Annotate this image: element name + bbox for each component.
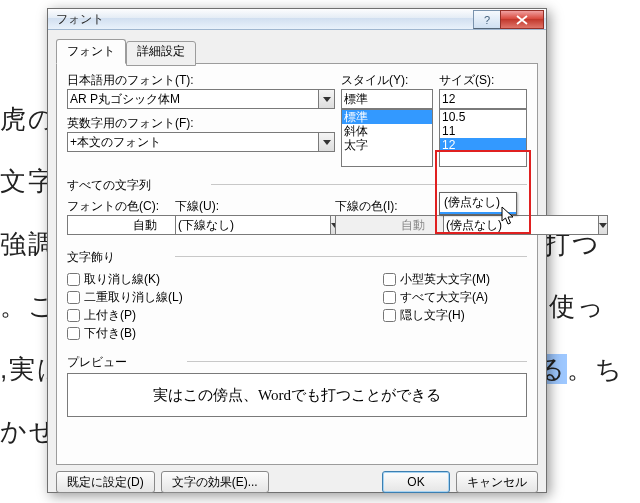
ok-button[interactable]: OK: [382, 471, 450, 493]
tab-font[interactable]: フォント: [56, 39, 126, 64]
label-size: サイズ(S):: [439, 72, 527, 89]
jp-font-combo[interactable]: [67, 89, 335, 109]
chk-double-strike[interactable]: 二重取り消し線(L): [67, 288, 377, 306]
label-underline: 下線(U):: [175, 198, 325, 215]
jp-font-dropdown-button[interactable]: [318, 89, 335, 109]
tab-advanced[interactable]: 詳細設定: [126, 41, 196, 66]
size-input[interactable]: [439, 89, 527, 109]
tab-panel: 日本語用のフォント(T): 英数字用のフォント(F): スタイル(Y):: [56, 63, 538, 465]
button-bar: 既定に設定(D) 文字の効果(E)... OK キャンセル: [48, 465, 546, 499]
cursor-icon: [501, 206, 517, 228]
list-item[interactable]: 斜体: [342, 124, 432, 138]
list-item[interactable]: 標準: [342, 110, 432, 124]
titlebar[interactable]: フォント ?: [48, 9, 546, 30]
en-font-input[interactable]: [67, 132, 318, 152]
label-underline-color: 下線の色(I):: [335, 198, 433, 215]
en-font-combo[interactable]: [67, 132, 335, 152]
help-button[interactable]: ?: [473, 10, 501, 29]
style-listbox[interactable]: 標準 斜体 太字: [341, 109, 433, 167]
underline-value[interactable]: [175, 215, 330, 235]
emphasis-value[interactable]: [443, 215, 598, 235]
emphasis-dropdown-button[interactable]: [598, 215, 608, 235]
list-item[interactable]: 11: [440, 124, 526, 138]
en-font-dropdown-button[interactable]: [318, 132, 335, 152]
list-item[interactable]: 太字: [342, 138, 432, 152]
cancel-button[interactable]: キャンセル: [456, 471, 538, 493]
label-style: スタイル(Y):: [341, 72, 433, 89]
chk-subscript[interactable]: 下付き(B): [67, 324, 377, 342]
group-effects: 文字飾り: [67, 245, 115, 268]
text-effects-button[interactable]: 文字の効果(E)...: [161, 471, 269, 493]
label-en-font: 英数字用のフォント(F):: [67, 115, 335, 132]
font-color-combo[interactable]: [67, 215, 165, 235]
close-button[interactable]: [500, 10, 544, 29]
preview-text: 実はこの傍点、Wordでも打つことができる: [153, 386, 441, 405]
list-item[interactable]: 10.5: [440, 110, 526, 124]
group-preview: プレビュー: [67, 350, 127, 373]
emphasis-combo[interactable]: [443, 215, 531, 235]
label-jp-font: 日本語用のフォント(T):: [67, 72, 335, 89]
underline-combo[interactable]: [175, 215, 325, 235]
chk-allcaps[interactable]: すべて大文字(A): [383, 288, 490, 306]
chk-superscript[interactable]: 上付き(P): [67, 306, 377, 324]
chk-smallcaps[interactable]: 小型英大文字(M): [383, 270, 490, 288]
style-input[interactable]: [341, 89, 433, 109]
font-dialog: フォント ? フォント 詳細設定 日本語用のフォント(T): 英数字用のフォント…: [47, 8, 547, 493]
group-all-text: すべての文字列: [67, 173, 151, 196]
dialog-title: フォント: [56, 11, 104, 28]
chk-strike[interactable]: 取り消し線(K): [67, 270, 377, 288]
list-item[interactable]: 12: [440, 138, 526, 152]
jp-font-input[interactable]: [67, 89, 318, 109]
preview-box: 実はこの傍点、Wordでも打つことができる: [67, 373, 527, 417]
set-default-button[interactable]: 既定に設定(D): [56, 471, 155, 493]
size-listbox[interactable]: 10.5 11 12: [439, 109, 527, 167]
underline-color-combo[interactable]: [335, 215, 433, 235]
chk-hidden[interactable]: 隠し文字(H): [383, 306, 490, 324]
label-font-color: フォントの色(C):: [67, 198, 165, 215]
